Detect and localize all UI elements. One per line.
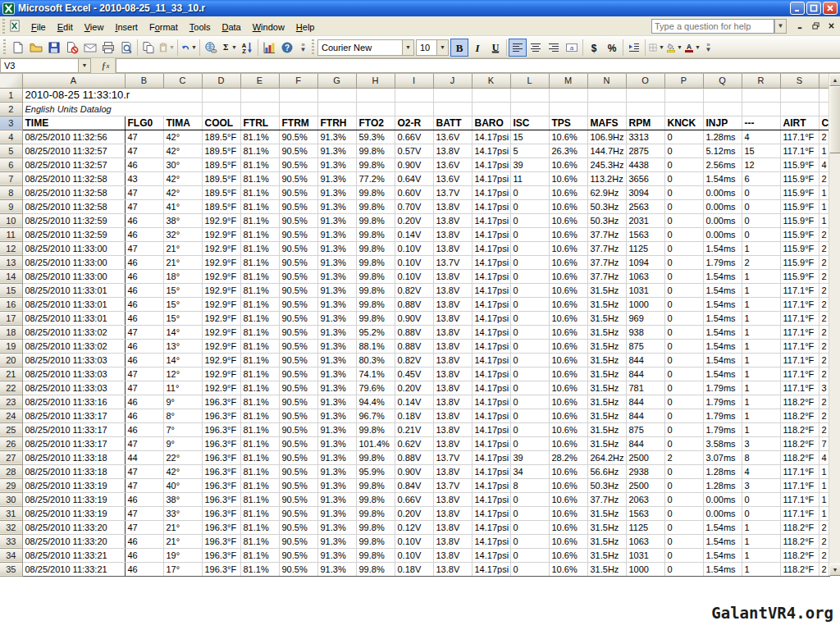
- cell-D30[interactable]: 196.3°F: [202, 492, 240, 506]
- cell-A5[interactable]: 08/25/2010 11:32:57: [22, 144, 125, 158]
- cell-Q29[interactable]: 1.28ms: [703, 478, 742, 492]
- cell-E35[interactable]: 81.1%: [240, 562, 279, 576]
- cell-F13[interactable]: 90.5%: [279, 255, 317, 269]
- cell-D16[interactable]: 192.9°F: [202, 297, 240, 311]
- fill-color-icon[interactable]: ▼: [665, 39, 683, 57]
- cell-S8[interactable]: 115.9°F: [780, 185, 819, 199]
- cell-F6[interactable]: 90.5%: [279, 158, 317, 171]
- cell-G27[interactable]: 91.3%: [317, 450, 356, 464]
- cell-G28[interactable]: 91.3%: [317, 464, 356, 478]
- cell-L7[interactable]: 11: [510, 171, 549, 185]
- cell-A13[interactable]: 08/25/2010 11:33:00: [22, 255, 125, 269]
- cell-I30[interactable]: 0.66V: [395, 492, 433, 506]
- cell-J5[interactable]: 13.8V: [433, 144, 472, 158]
- cell-I35[interactable]: 0.18V: [395, 562, 433, 576]
- cell-Q11[interactable]: 0.00ms: [703, 227, 742, 241]
- cell-A10[interactable]: 08/25/2010 11:32:59: [22, 213, 125, 227]
- cell-H1[interactable]: [356, 88, 395, 102]
- cell-M34[interactable]: 10.6%: [549, 548, 587, 562]
- cell-F27[interactable]: 90.5%: [279, 450, 317, 464]
- cell-K10[interactable]: 14.17psi: [472, 213, 510, 227]
- cell-K35[interactable]: 14.17psi: [472, 562, 510, 576]
- cell-L30[interactable]: 0: [510, 492, 549, 506]
- row-header-7[interactable]: 7: [0, 171, 22, 185]
- cell-N27[interactable]: 264.2Hz: [587, 450, 626, 464]
- minimize-button[interactable]: [790, 2, 805, 15]
- cell-J32[interactable]: 13.8V: [433, 520, 472, 534]
- cell-F26[interactable]: 90.5%: [279, 436, 317, 450]
- cell-P3[interactable]: KNCK: [664, 116, 703, 130]
- cell-R23[interactable]: 1: [742, 395, 780, 409]
- cell-I9[interactable]: 0.70V: [395, 199, 433, 213]
- column-header-A[interactable]: A: [22, 74, 125, 88]
- cell-E22[interactable]: 81.1%: [240, 381, 279, 395]
- cell-A6[interactable]: 08/25/2010 11:32:57: [22, 158, 125, 171]
- cell-B8[interactable]: 47: [125, 185, 163, 199]
- cell-R7[interactable]: 6: [742, 171, 780, 185]
- cell-R18[interactable]: 1: [742, 325, 780, 339]
- cell-G30[interactable]: 91.3%: [317, 492, 356, 506]
- cell-I7[interactable]: 0.64V: [395, 171, 433, 185]
- percent-icon[interactable]: %: [603, 39, 621, 57]
- cell-P35[interactable]: 0: [664, 562, 703, 576]
- cell-K29[interactable]: 14.17psi: [472, 478, 510, 492]
- cell-N25[interactable]: 31.5Hz: [587, 422, 626, 436]
- cell-N11[interactable]: 37.7Hz: [587, 227, 626, 241]
- row-header-4[interactable]: 4: [0, 130, 22, 144]
- cell-A2[interactable]: English Units Datalog: [22, 102, 202, 116]
- cell-B9[interactable]: 47: [125, 199, 163, 213]
- row-header-5[interactable]: 5: [0, 144, 22, 158]
- align-left-icon[interactable]: [509, 39, 527, 57]
- cell-M7[interactable]: 10.6%: [549, 171, 587, 185]
- cell-H4[interactable]: 59.3%: [356, 130, 395, 144]
- cell-A19[interactable]: 08/25/2010 11:33:02: [22, 339, 125, 353]
- cell-F4[interactable]: 90.5%: [279, 130, 317, 144]
- cell-P33[interactable]: 0: [664, 534, 703, 548]
- cell-E29[interactable]: 81.1%: [240, 478, 279, 492]
- cell-G7[interactable]: 91.3%: [317, 171, 356, 185]
- cell-M16[interactable]: 10.6%: [549, 297, 587, 311]
- cell-G35[interactable]: 91.3%: [317, 562, 356, 576]
- cell-M35[interactable]: 10.6%: [549, 562, 587, 576]
- cell-J7[interactable]: 13.6V: [433, 171, 472, 185]
- cell-P15[interactable]: 0: [664, 283, 703, 297]
- cell-G11[interactable]: 91.3%: [317, 227, 356, 241]
- cell-D10[interactable]: 192.9°F: [202, 213, 240, 227]
- cell-G2[interactable]: [317, 102, 356, 116]
- cell-H14[interactable]: 99.8%: [356, 269, 395, 283]
- cell-O16[interactable]: 1000: [626, 297, 664, 311]
- cell-R4[interactable]: 4: [742, 130, 780, 144]
- cell-B10[interactable]: 46: [125, 213, 163, 227]
- cell-Q1[interactable]: [703, 88, 742, 102]
- cell-I26[interactable]: 0.62V: [395, 436, 433, 450]
- column-header-C[interactable]: C: [163, 74, 202, 88]
- cell-G33[interactable]: 91.3%: [317, 534, 356, 548]
- cell-E14[interactable]: 81.1%: [240, 269, 279, 283]
- menu-item-file[interactable]: File: [25, 19, 52, 35]
- cell-R33[interactable]: 1: [742, 534, 780, 548]
- row-header-3[interactable]: 3: [0, 116, 22, 130]
- cell-A29[interactable]: 08/25/2010 11:33:19: [22, 478, 125, 492]
- cell-L31[interactable]: 0: [510, 506, 549, 520]
- cell-B17[interactable]: 46: [125, 311, 163, 325]
- cell-B22[interactable]: 47: [125, 381, 163, 395]
- cell-Q3[interactable]: INJP: [703, 116, 742, 130]
- menu-item-help[interactable]: Help: [290, 19, 321, 35]
- cell-K1[interactable]: [472, 88, 510, 102]
- cell-P18[interactable]: 0: [664, 325, 703, 339]
- cell-C20[interactable]: 14°: [163, 353, 202, 367]
- cell-C10[interactable]: 38°: [163, 213, 202, 227]
- cell-I34[interactable]: 0.10V: [395, 548, 433, 562]
- cell-N34[interactable]: 31.5Hz: [587, 548, 626, 562]
- sort-ascending-icon[interactable]: AZ: [238, 39, 256, 57]
- cell-I21[interactable]: 0.45V: [395, 367, 433, 381]
- maximize-button[interactable]: [806, 2, 821, 15]
- row-header-32[interactable]: 32: [0, 520, 22, 534]
- cell-J15[interactable]: 13.8V: [433, 283, 472, 297]
- cell-R25[interactable]: 1: [742, 422, 780, 436]
- cell-D21[interactable]: 192.9°F: [202, 367, 240, 381]
- cell-C9[interactable]: 41°: [163, 199, 202, 213]
- cell-N3[interactable]: MAFS: [587, 116, 626, 130]
- cell-I11[interactable]: 0.14V: [395, 227, 433, 241]
- cell-R27[interactable]: 8: [742, 450, 780, 464]
